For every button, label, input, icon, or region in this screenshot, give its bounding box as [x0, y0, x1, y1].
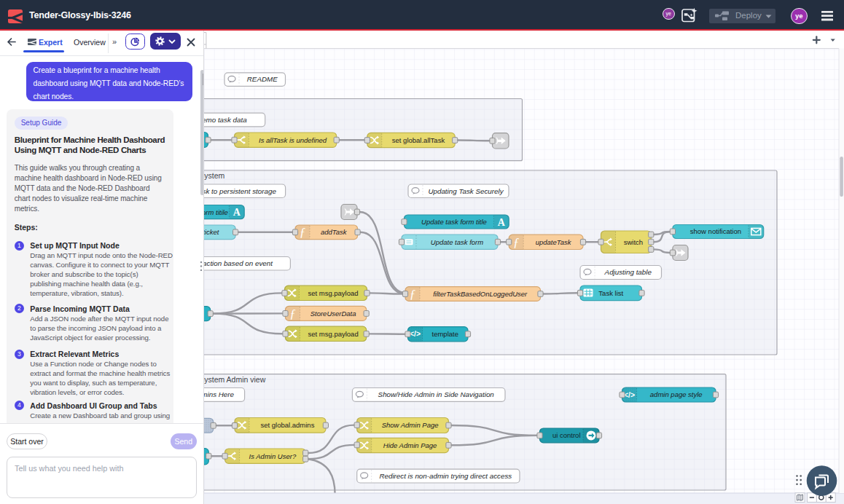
svg-text:Redirect is non-admin trying d: Redirect is non-admin trying direct acce…: [379, 472, 512, 480]
svg-text:Demo task data: Demo task data: [204, 116, 247, 124]
svg-text:ƒ: ƒ: [513, 235, 520, 249]
svg-text:</>: </>: [624, 390, 635, 399]
svg-text:Hide Admin Page: Hide Admin Page: [383, 441, 437, 449]
svg-text:Add Admins Here: Add Admins Here: [204, 390, 235, 398]
svg-text:Update task form title: Update task form title: [421, 218, 487, 226]
svg-text:Update task form: Update task form: [431, 238, 483, 246]
svg-text:Updating Task Securely: Updating Task Securely: [428, 187, 504, 195]
svg-text:Task list: Task list: [598, 289, 623, 297]
svg-text:set global.allTask: set global.allTask: [392, 136, 445, 144]
svg-text:ƒ: ƒ: [300, 225, 306, 239]
svg-text:updateTask: updateTask: [536, 238, 572, 246]
svg-text:ƒ: ƒ: [289, 307, 296, 320]
svg-text:Saving task to persistent stor: Saving task to persistent storage: [204, 187, 276, 195]
svg-text:StoreUserData: StoreUserData: [310, 310, 356, 318]
svg-text:template: template: [432, 330, 458, 338]
svg-text:filterTaskBasedOnLoggedUser: filterTaskBasedOnLoggedUser: [433, 290, 528, 298]
svg-text:Update form titile: Update form titile: [204, 208, 228, 216]
svg-text:show notification: show notification: [690, 227, 741, 235]
svg-text:A: A: [498, 217, 506, 228]
svg-text:ui control: ui control: [552, 431, 581, 439]
svg-text:Take action based on event: Take action based on event: [204, 259, 273, 267]
svg-text:set global.admins: set global.admins: [260, 421, 314, 429]
svg-text:README: README: [247, 75, 278, 83]
svg-text:Is Admin User?: Is Admin User?: [249, 452, 297, 460]
svg-text:Show Admin Page: Show Admin Page: [382, 421, 439, 429]
svg-text:Add ticket: Add ticket: [204, 228, 219, 236]
svg-text:</>: </>: [410, 329, 421, 338]
svg-text:ƒ: ƒ: [410, 287, 416, 301]
svg-text:Task system Admin view: Task system Admin view: [204, 375, 266, 384]
svg-text:addTask: addTask: [321, 228, 348, 236]
svg-text:switch: switch: [624, 238, 643, 246]
svg-text:Show/Hide Admin in Side Naviga: Show/Hide Admin in Side Navigation: [378, 390, 494, 398]
svg-text:Is allTask is undefined: Is allTask is undefined: [259, 136, 327, 144]
svg-text:set msg.payload: set msg.payload: [308, 289, 358, 297]
svg-text:A: A: [233, 207, 241, 218]
svg-text:Task system: Task system: [204, 171, 225, 180]
svg-text:Adjusting table: Adjusting table: [604, 268, 652, 276]
svg-text:admin page style: admin page style: [650, 390, 703, 398]
svg-text:set msg.payload: set msg.payload: [308, 330, 359, 338]
